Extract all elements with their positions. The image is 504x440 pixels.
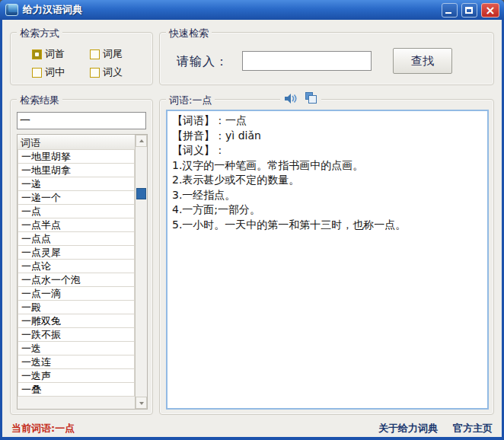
status-links: 关于给力词典 官方主页 (378, 422, 493, 435)
app-icon (5, 4, 18, 16)
search-mode-options: 词首 词尾 词中 词义 (32, 45, 148, 81)
definition-line: 5.一小时。一天中的第一和第十三时，也称一点。 (172, 218, 483, 233)
close-button[interactable]: × (481, 3, 499, 18)
close-icon: × (482, 3, 499, 18)
scroll-down-icon (139, 402, 144, 405)
definition-line: 【拼音】：yì diǎn (172, 129, 483, 144)
results-rows: 一地里胡拏 一地里胡拿 一递 一递一个 一点 一点半点 一点点 (18, 149, 135, 397)
scroll-up-icon (139, 139, 144, 142)
search-mode-title: 检索方式 (17, 27, 62, 40)
result-item[interactable]: 一雕双兔 (18, 314, 135, 328)
filter-input[interactable] (17, 112, 146, 129)
input-prompt-label: 请输入： (177, 54, 228, 70)
app-window: 给力汉语词典 × 检索方式 词首 词尾 (0, 0, 504, 440)
result-item[interactable]: 一点半点 (18, 218, 135, 232)
search-mode-option[interactable]: 词中 (32, 63, 90, 81)
results-column-header: 词语 (18, 135, 135, 150)
checkbox-label: 词首 (45, 47, 65, 61)
result-item[interactable]: 一点 (18, 204, 135, 218)
result-item[interactable]: 一殿 (18, 300, 135, 314)
maximize-button[interactable] (461, 3, 477, 18)
word-detail-group: 词语:一点 【词语】：一点 【拼音】：yì diǎn (159, 99, 494, 415)
result-item[interactable]: 一点水一个泡 (18, 273, 135, 287)
checkbox-icon (90, 68, 100, 78)
results-grid: 词语 一地里胡拏 一地里胡拿 一递 一递一个 一点 (17, 134, 148, 410)
checkbox-icon (90, 49, 100, 59)
word-toolbar (280, 92, 321, 105)
find-button[interactable]: 查找 (393, 48, 452, 74)
maximize-icon (465, 7, 473, 14)
checkbox-icon (32, 49, 42, 59)
definition-line: 【词语】：一点 (172, 113, 483, 129)
search-mode-option[interactable]: 词首 (32, 45, 90, 63)
copy-icon[interactable] (305, 92, 317, 104)
result-item[interactable]: 一点灵犀 (18, 245, 135, 260)
quick-search-input[interactable] (242, 51, 372, 71)
result-item[interactable]: 一点一滴 (18, 286, 135, 301)
search-mode-group: 检索方式 词首 词尾 词中 (10, 32, 153, 85)
results-scrollbar[interactable] (135, 135, 147, 409)
window-title: 给力汉语词典 (23, 3, 82, 17)
result-item[interactable]: 一叠 (18, 382, 135, 397)
result-item[interactable]: 一递 (18, 177, 135, 191)
current-word-status: 当前词语:一点 (11, 422, 75, 435)
speaker-icon[interactable] (284, 92, 298, 105)
quick-search-group: 快速检索 请输入： 查找 (159, 32, 494, 85)
result-item[interactable]: 一递一个 (18, 190, 135, 205)
checkbox-icon (32, 68, 42, 78)
definition-line: 1.汉字的一种笔画。常指书画中的点画。 (172, 158, 483, 174)
titlebar[interactable]: 给力汉语词典 × (0, 0, 504, 20)
checkbox-label: 词尾 (103, 47, 123, 61)
result-item[interactable]: 一跌不振 (18, 327, 135, 342)
scroll-down-button[interactable] (136, 397, 147, 409)
result-item[interactable]: 一迭 (18, 341, 135, 356)
scroll-thumb[interactable] (136, 188, 146, 199)
result-item[interactable]: 一地里胡拿 (18, 163, 135, 177)
checkbox-label: 词义 (103, 65, 123, 79)
search-results-title: 检索结果 (17, 94, 62, 107)
statusbar: 当前词语:一点 关于给力词典 官方主页 (2, 418, 502, 437)
search-mode-option[interactable]: 词尾 (90, 45, 148, 63)
search-results-group: 检索结果 词语 一地里胡拏 一地里胡拿 一递 一递一个 (10, 99, 153, 415)
definition-line: 【词义】： (172, 143, 483, 158)
scroll-up-button[interactable] (136, 135, 147, 147)
word-detail-title: 词语:一点 (166, 94, 215, 107)
result-item[interactable]: 一点点 (18, 231, 135, 246)
definition-line: 2.表示甚少或不定的数量。 (172, 173, 483, 188)
main-content: 检索方式 词首 词尾 词中 (2, 20, 502, 437)
homepage-link[interactable]: 官方主页 (453, 422, 493, 435)
minimize-icon (445, 12, 451, 14)
definition-line: 3.一经指点。 (172, 188, 483, 203)
about-link[interactable]: 关于给力词典 (378, 422, 438, 435)
result-item[interactable]: 一点论 (18, 259, 135, 273)
search-mode-option[interactable]: 词义 (90, 63, 148, 81)
minimize-button[interactable] (442, 3, 458, 18)
definition-box[interactable]: 【词语】：一点 【拼音】：yì diǎn 【词义】： 1.汉字的一种笔画。常指书… (166, 110, 489, 410)
definition-line: 4.一方面;一部分。 (172, 202, 483, 218)
result-item[interactable]: 一地里胡拏 (18, 149, 135, 164)
results-list: 词语 一地里胡拏 一地里胡拿 一递 一递一个 一点 (18, 135, 135, 409)
result-item[interactable]: 一迭声 (18, 368, 135, 383)
checkbox-label: 词中 (45, 65, 65, 79)
quick-search-title: 快速检索 (166, 27, 212, 40)
result-item[interactable]: 一迭连 (18, 355, 135, 369)
window-controls: × (442, 3, 499, 18)
scroll-track[interactable] (136, 147, 147, 397)
